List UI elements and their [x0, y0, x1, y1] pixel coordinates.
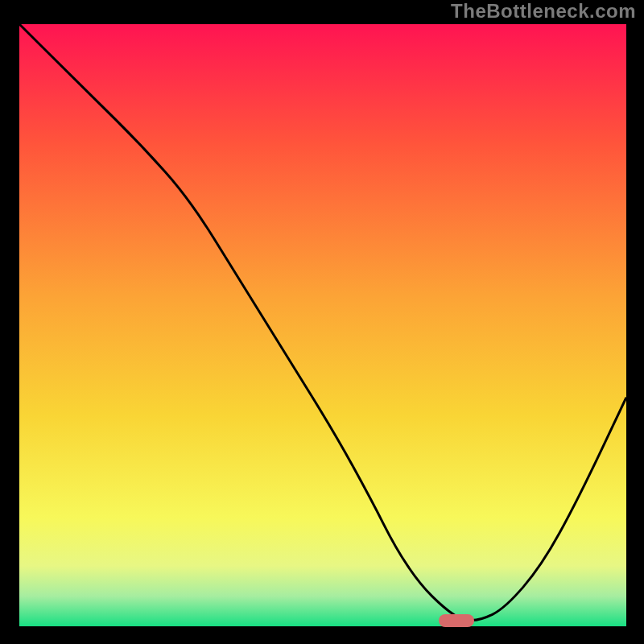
watermark-text: TheBottleneck.com: [451, 0, 636, 23]
chart-svg: [19, 24, 626, 626]
chart-container: TheBottleneck.com: [0, 0, 644, 644]
optimal-point-marker: [439, 614, 474, 627]
plot-area: [19, 24, 626, 626]
